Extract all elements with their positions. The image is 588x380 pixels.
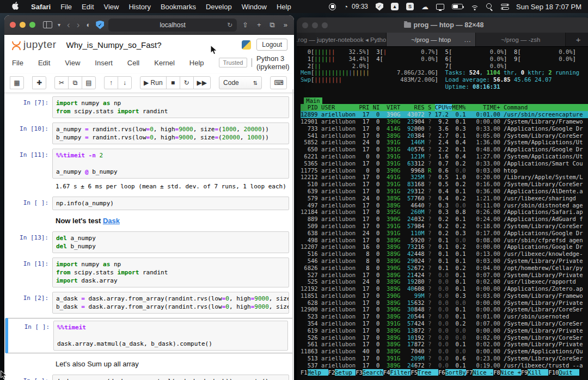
- reader-icon[interactable]: ◐: [85, 21, 91, 29]
- code-cell[interactable]: In [ ]:%%timeit dask.array.matmul(a_dask…: [5, 318, 293, 353]
- forward-icon[interactable]: ›: [76, 20, 81, 30]
- cell-input[interactable]: %%timeit -n 2 a_numpy @ b_numpy: [52, 149, 289, 179]
- process-row[interactable]: 579 ariellubon 24 0 389G 57760 ? 0.4 0.2…: [301, 195, 588, 202]
- code-cell[interactable]: In [11]:%%timeit -n 2 a_numpy @ b_numpy: [4, 149, 294, 179]
- htop-function-keys[interactable]: F1Help F2Setup F3SearchF4FilterF5Tree F6…: [301, 369, 588, 376]
- stop-button[interactable]: ■: [166, 76, 180, 89]
- cell-input[interactable]: import numpy as npfrom scipy.stats impor…: [52, 96, 289, 118]
- htop-main-tab[interactable]: Main: [304, 97, 322, 104]
- process-row[interactable]: 12900 ariellubon 17 0 390G 30848 ? 0.0 0…: [301, 306, 588, 313]
- jupyter-menu-edit[interactable]: Edit: [38, 59, 50, 67]
- menu-item-develop[interactable]: Develop: [201, 3, 237, 11]
- address-bar[interactable]: localhost ↻: [108, 19, 237, 32]
- process-row[interactable]: 516 ariellubon 8 0 389G 42448 ? 0.1 0.1 …: [301, 250, 588, 258]
- code-cell[interactable]: In [1]:import numpy as npfrom scipy.stat…: [4, 258, 294, 287]
- process-row[interactable]: 6221 ariellubon 0 0 391G 121M ? 1.6 0.4 …: [301, 153, 588, 160]
- menu-item-help[interactable]: Help: [272, 3, 296, 11]
- restart-kernel-button[interactable]: ↻: [180, 76, 194, 89]
- move-up-button[interactable]: ↑: [104, 76, 118, 89]
- jupyter-menu-file[interactable]: File: [12, 59, 23, 67]
- menu-item-history[interactable]: History: [124, 3, 155, 11]
- process-row[interactable]: 526 ariellubon 17 0 389G 10192 ? 0.0 0.0…: [301, 334, 588, 341]
- menu-app-name[interactable]: Safari: [26, 3, 56, 11]
- add-cell-button[interactable]: ✚: [32, 76, 46, 89]
- process-row[interactable]: 498 ariellubon 17 0 389G 5920 ? 0.1 0.0 …: [301, 237, 588, 244]
- cell-input[interactable]: dask.array.sum(dask.array.matmul(a_dask,…: [52, 375, 289, 380]
- wifi-icon[interactable]: [467, 0, 482, 13]
- cell-input[interactable]: import numpy as npfrom scipy.stats impor…: [52, 258, 289, 287]
- code-cell[interactable]: In [2]:a_dask = dask.array.from_array(ra…: [4, 292, 294, 314]
- jupyter-menu-kernel[interactable]: Kernel: [154, 59, 175, 67]
- process-row[interactable]: 11775 ariellubon 0 0 390G 9968 R 0.6 0.0…: [301, 167, 588, 174]
- process-row[interactable]: 510 ariellubon 17 0 391G 83168 ? 0.5 0.2…: [301, 181, 588, 188]
- markdown-cell[interactable]: Let's also Sum up all array: [4, 358, 294, 370]
- process-row[interactable]: 537 ariellubon 17 0 389G 24672 ? 0.0 0.1…: [301, 362, 588, 369]
- cell-input[interactable]: del a_numpydel b_numpy: [52, 231, 289, 253]
- process-row[interactable]: 12899 ariellubon 17 0 390G 43072 ? 17.2 …: [301, 111, 588, 118]
- process-row[interactable]: 619 ariellubon 17 0 389G 13872 ? 0.0 0.0…: [301, 327, 588, 334]
- process-row[interactable]: 523 ariellubon 17 0 389G 20544 ? 0.0 0.1…: [301, 313, 588, 320]
- process-row[interactable]: 12192 ariellubon 17 0 389G 40608 ? 0.0 0…: [301, 285, 588, 292]
- new-terminal-tab-button[interactable]: +: [566, 33, 588, 46]
- sidebar-chevron-icon[interactable]: ▾: [57, 22, 62, 28]
- privacy-shield-icon[interactable]: ✓: [372, 0, 387, 13]
- process-row[interactable]: 650 ariellubon 17 0 391G 40576 ? 2.2 0.1…: [301, 146, 588, 153]
- code-cell[interactable]: In [ ]:dask.array.sum(dask.array.matmul(…: [4, 375, 294, 380]
- menu-item-file[interactable]: File: [56, 3, 77, 11]
- terminal-tab-1[interactable]: ...rog — jupyter-notebook ◂ Python...: [297, 33, 387, 46]
- process-row[interactable]: 5852 ariellubon 24 0 391G 146M ? 2.4 0.4…: [301, 139, 588, 146]
- cloud-app-icon[interactable]: ☁: [418, 0, 432, 13]
- display-icon[interactable]: [432, 0, 448, 13]
- apple-icon[interactable]: [7, 2, 26, 11]
- command-palette-button[interactable]: ⌨: [270, 76, 287, 89]
- save-button[interactable]: ▦: [10, 76, 24, 89]
- code-cell[interactable]: In [10]:a_numpy = randint.rvs(low=0, hig…: [4, 122, 294, 144]
- process-row[interactable]: 889 ariellubon 17 0 390G 24032 ? 0.2 0.1…: [301, 216, 588, 223]
- process-row[interactable]: 12207 ariellubon 16 0 389G 73216 ? 0.1 0…: [301, 243, 588, 250]
- dask-link[interactable]: Dask: [103, 217, 120, 225]
- menu-item-window[interactable]: Window: [237, 3, 272, 11]
- process-row[interactable]: 541 ariellubon 17 0 389G 20384 ? 2.7 0.1…: [301, 132, 588, 139]
- code-cell[interactable]: In [13]:del a_numpydel b_numpy: [4, 231, 294, 253]
- process-row[interactable]: 497 ariellubon 17 0 389G 4640 ? 0.3 0.0 …: [301, 202, 588, 209]
- terminal-window-controls[interactable]: [302, 22, 328, 28]
- markdown-cell[interactable]: Now let's test Dask: [4, 214, 294, 227]
- process-row[interactable]: 12901 ariellubon 17 0 390G 23904 ? 9.2 0…: [301, 118, 588, 125]
- process-row[interactable]: 12184 ariellubon 17 0 395G 260M ? 0.3 0.…: [301, 209, 588, 216]
- code-cell[interactable]: In [ ]:np.info(a_numpy): [4, 197, 294, 210]
- cell-input[interactable]: a_numpy = randint.rvs(low=0, high=9000, …: [52, 122, 289, 144]
- cell-input[interactable]: np.info(a_numpy): [52, 197, 289, 210]
- adguard-menu-icon[interactable]: ▲: [387, 0, 402, 13]
- jupyter-menu-help[interactable]: Help: [189, 59, 204, 67]
- process-row[interactable]: 513 ariellubon 17 0 391G 209M ? 0.0 0.6 …: [301, 355, 588, 362]
- jupyter-menu-cell[interactable]: Cell: [127, 59, 139, 67]
- htop-header-row[interactable]: PID USER PRI NI VIRT RES S CPU%▽MEM% TIM…: [301, 104, 588, 111]
- reload-icon[interactable]: ↻: [227, 21, 232, 29]
- process-row[interactable]: 733 ariellubon 17 0 414G 92000 ? 3.6 0.3…: [301, 125, 588, 132]
- cell-input[interactable]: %%timeit dask.array.matmul(a_dask, b_das…: [53, 321, 288, 351]
- jupyter-menu-insert[interactable]: Insert: [95, 59, 113, 67]
- terminal-tab-3[interactable]: ~/prog — -zsh: [476, 33, 566, 46]
- window-controls[interactable]: [10, 22, 35, 28]
- more-toolbar-icon[interactable]: »: [283, 21, 289, 29]
- move-down-button[interactable]: ↓: [118, 76, 132, 89]
- run-button[interactable]: ▶ Run: [140, 76, 167, 89]
- notebook-title[interactable]: Why_is_Numpy_so_Fast?: [66, 40, 162, 50]
- process-row[interactable]: 546 ariellubon 8 0 389G 29024 ? 0.1 0.1 …: [301, 258, 588, 265]
- paste-cell-button[interactable]: ▤: [82, 76, 96, 89]
- menu-clock[interactable]: Sun Sep 18 7:07 PM: [513, 3, 581, 11]
- scrollbar[interactable]: [292, 89, 293, 380]
- spotlight-icon[interactable]: [482, 0, 497, 13]
- sidebar-icon[interactable]: [43, 21, 52, 28]
- terminal-tab-2[interactable]: ~/prog — htop...: [387, 33, 476, 46]
- copy-cell-button[interactable]: ⧉: [68, 76, 82, 89]
- screen-record-icon[interactable]: [325, 0, 340, 13]
- restart-run-all-button[interactable]: ▶▶: [193, 76, 211, 89]
- process-row[interactable]: 6826 ariellubon 8 0 390G 52672 ? 0.1 0.2…: [301, 265, 588, 272]
- process-row[interactable]: 509 ariellubon 17 0 391G 57984 ? 0.2 0.2…: [301, 223, 588, 230]
- logout-button[interactable]: Logout: [256, 39, 287, 51]
- process-row[interactable]: 12212 ariellubon 17 0 491G 325M ? 0.5 1.…: [301, 174, 588, 181]
- menu-item-bookmarks[interactable]: Bookmarks: [156, 3, 201, 11]
- process-row[interactable]: 639 ariellubon 17 0 391G 29312 ? 0.4 0.1…: [301, 188, 588, 195]
- adguard-extension-icon[interactable]: ✓: [96, 21, 104, 29]
